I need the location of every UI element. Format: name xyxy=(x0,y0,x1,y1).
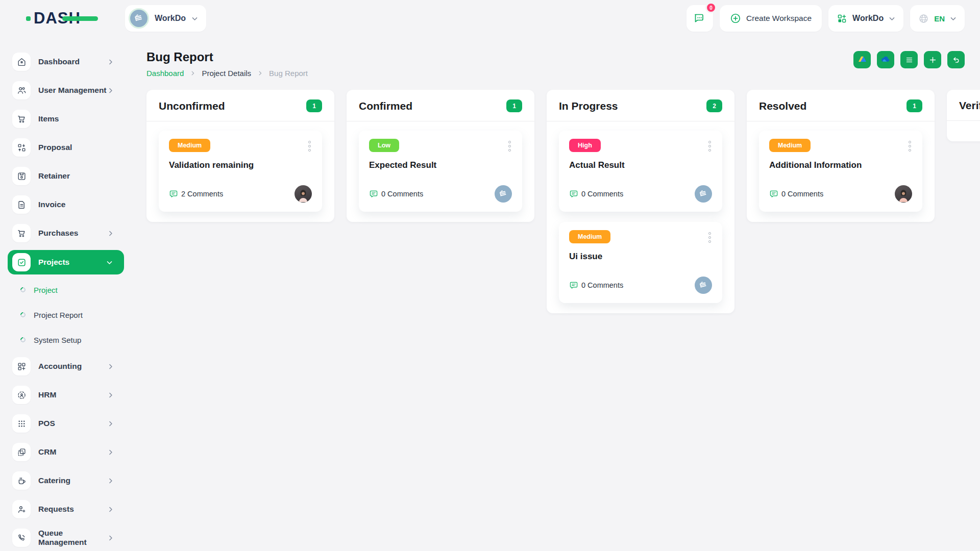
logo-dot-accent xyxy=(26,16,31,21)
submenu-bullet-icon xyxy=(19,286,27,293)
chevron-right-icon xyxy=(190,70,195,76)
home-icon xyxy=(12,53,31,71)
kanban-column-in-progress: In Progress 2 High Actual Result 0 Comme… xyxy=(547,90,734,313)
card-menu-button[interactable] xyxy=(707,139,712,154)
priority-badge: Medium xyxy=(169,139,210,152)
card-menu-button[interactable] xyxy=(507,139,512,154)
messages-button[interactable]: 0 xyxy=(687,5,713,32)
sidebar-item-hrm[interactable]: HRM xyxy=(0,383,125,407)
kanban-column-verified: Verified xyxy=(947,90,980,141)
person-target-icon xyxy=(12,386,31,404)
priority-badge: Medium xyxy=(769,139,811,152)
kanban-board: Unconfirmed 1 Medium Validation remainin… xyxy=(146,90,980,313)
kanban-column-confirmed: Confirmed 1 Low Expected Result 0 Commen… xyxy=(347,90,534,222)
card-menu-button[interactable] xyxy=(307,139,312,154)
phone-icon xyxy=(12,529,31,547)
sidebar-item-proposal[interactable]: Proposal xyxy=(0,136,125,159)
plus-circle-icon xyxy=(730,13,741,24)
proposal-icon xyxy=(12,138,31,157)
add-button[interactable] xyxy=(924,51,941,68)
sidebar-subitem-system-setup[interactable]: System Setup xyxy=(0,330,125,350)
card-comments: 0 Comments xyxy=(769,189,823,198)
sidebar-item-purchases[interactable]: Purchases xyxy=(0,221,125,245)
messages-count-badge: 0 xyxy=(705,2,717,13)
kanban-card[interactable]: High Actual Result 0 Comments xyxy=(559,131,722,212)
breadcrumb-project-details-link[interactable]: Project Details xyxy=(202,69,251,78)
column-title: Verified xyxy=(959,99,980,112)
priority-badge: Medium xyxy=(569,230,610,243)
chevron-down-icon xyxy=(106,259,113,266)
sidebar-item-projects[interactable]: Projects xyxy=(8,250,124,274)
kanban-card[interactable]: Low Expected Result 0 Comments xyxy=(359,131,522,212)
undo-button[interactable] xyxy=(947,51,965,68)
workspace-selector[interactable]: WorkDo xyxy=(125,5,206,32)
logo-dash-accent xyxy=(62,16,98,21)
sidebar-item-pos[interactable]: POS xyxy=(0,412,125,435)
priority-badge: Low xyxy=(369,139,399,152)
chat-icon xyxy=(694,12,706,24)
check-square-icon xyxy=(12,253,31,271)
chevron-right-icon xyxy=(107,392,114,398)
onedrive-button[interactable] xyxy=(877,51,894,68)
save-icon xyxy=(12,167,31,185)
workspace-menu-button[interactable]: WorkDo xyxy=(828,5,903,32)
card-menu-button[interactable] xyxy=(707,230,712,245)
workspace-avatar-building-icon xyxy=(129,8,149,29)
card-title: Validation remaining xyxy=(169,160,312,170)
chevron-right-icon xyxy=(107,535,114,541)
comment-icon xyxy=(569,189,578,198)
google-drive-icon xyxy=(857,55,867,65)
sidebar-item-invoice[interactable]: Invoice xyxy=(0,193,125,216)
list-view-button[interactable] xyxy=(900,51,918,68)
globe-icon xyxy=(918,13,929,24)
kanban-card[interactable]: Medium Ui issue 0 Comments xyxy=(559,222,722,303)
list-icon xyxy=(905,56,914,64)
language-selector[interactable]: EN xyxy=(910,5,965,32)
comment-icon xyxy=(569,281,578,290)
card-comments: 0 Comments xyxy=(569,281,623,290)
kanban-card[interactable]: Medium Validation remaining 2 Comments xyxy=(159,131,322,212)
sidebar-item-dashboard[interactable]: Dashboard xyxy=(0,50,125,73)
comment-icon xyxy=(369,189,378,198)
chevron-right-icon xyxy=(107,449,114,456)
onedrive-icon xyxy=(880,55,891,65)
chevron-right-icon xyxy=(107,59,114,65)
sidebar-item-retainer[interactable]: Retainer xyxy=(0,164,125,188)
sidebar-item-queue-management[interactable]: Queue Management xyxy=(0,526,125,549)
sidebar-item-crm[interactable]: CRM xyxy=(0,440,125,464)
workspace-logo-avatar xyxy=(695,185,712,203)
priority-badge: High xyxy=(569,139,601,152)
breadcrumb: Dashboard Project Details Bug Report xyxy=(146,69,308,78)
column-title: In Progress xyxy=(559,100,618,112)
workspace-menu-label: WorkDo xyxy=(852,14,884,23)
column-title: Resolved xyxy=(759,100,806,112)
sidebar-item-user-management[interactable]: User Management xyxy=(0,79,125,102)
board-toolbar xyxy=(853,51,965,68)
page-title: Bug Report xyxy=(146,50,308,64)
topbar: DASH WorkDo 0 Create Workspace WorkDo EN xyxy=(0,0,980,37)
google-drive-button[interactable] xyxy=(853,51,871,68)
column-count-badge: 2 xyxy=(706,99,722,112)
undo-arrow-icon xyxy=(952,56,961,64)
copy-icon xyxy=(12,443,31,461)
column-count-badge: 1 xyxy=(906,99,922,112)
breadcrumb-dashboard-link[interactable]: Dashboard xyxy=(146,69,184,78)
app-logo[interactable]: DASH xyxy=(34,9,81,28)
column-count-badge: 1 xyxy=(506,99,522,112)
column-title: Unconfirmed xyxy=(159,100,225,112)
sidebar-navigation: Dashboard User Management Items Proposal… xyxy=(0,37,125,551)
sidebar-subitem-project-report[interactable]: Project Report xyxy=(0,305,125,325)
sidebar-subitem-project[interactable]: Project xyxy=(0,280,125,300)
card-title: Actual Result xyxy=(569,160,712,170)
coffee-icon xyxy=(12,471,31,490)
card-menu-button[interactable] xyxy=(908,139,912,154)
sidebar-item-accounting[interactable]: Accounting xyxy=(0,355,125,378)
kanban-card[interactable]: Medium Additional Information 0 Comments xyxy=(759,131,922,212)
sidebar-item-requests[interactable]: Requests xyxy=(0,497,125,521)
create-workspace-button[interactable]: Create Workspace xyxy=(720,5,822,32)
chevron-down-icon xyxy=(950,15,957,22)
sidebar-item-items[interactable]: Items xyxy=(0,107,125,131)
workspace-logo-avatar xyxy=(495,185,512,203)
sidebar-item-catering[interactable]: Catering xyxy=(0,469,125,492)
kanban-column-resolved: Resolved 1 Medium Additional Information… xyxy=(747,90,935,222)
